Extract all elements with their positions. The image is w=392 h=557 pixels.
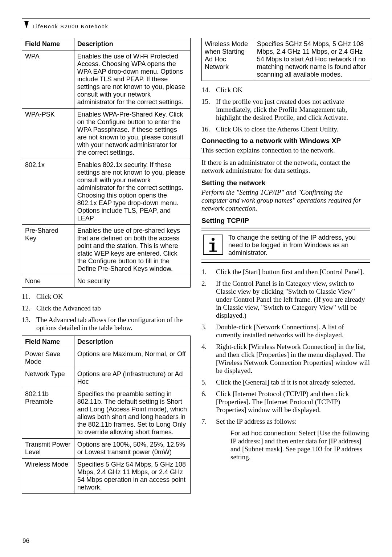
page-number: 96 — [23, 537, 29, 545]
list-item: 3.Double-click [Network Connections]. A … — [201, 323, 370, 339]
step-text: Click OK — [216, 86, 370, 94]
paragraph-italic: Perform the "Setting TCP/IP" and "Confir… — [201, 188, 370, 212]
note-text: To change the setting of the IP address,… — [228, 234, 369, 257]
step-number: 6. — [201, 390, 216, 414]
step-number: 3. — [201, 323, 216, 339]
list-item: 4.Right-click [Wireless Network Connecti… — [201, 343, 370, 375]
field-name-cell: WPA — [22, 50, 74, 109]
step-text: Click the Advanced tab — [36, 304, 191, 312]
description-cell: Enables the use of Wi-Fi Protected Acces… — [74, 50, 190, 109]
list-item: 12.Click the Advanced tab — [22, 304, 191, 312]
step-number: 14. — [201, 86, 216, 94]
table-row: Pre-Shared Key Enables the use of pre-sh… — [22, 225, 191, 275]
description-cell: No security — [74, 275, 190, 288]
list-item: 6.Click [Internet Protocol (TCP/IP) and … — [201, 390, 370, 414]
field-name-cell: 802.11b Preamble — [22, 388, 74, 439]
advanced-options-table: Field Name Description Power Save Mode O… — [22, 336, 191, 494]
table-row: Wireless Mode when Starting Ad Hoc Netwo… — [202, 38, 370, 81]
step-text: Click OK — [36, 293, 191, 301]
step-text: Double-click [Network Connections]. A li… — [216, 323, 370, 339]
advanced-options-table-cont: Wireless Mode when Starting Ad Hoc Netwo… — [201, 38, 370, 81]
note-box: To change the setting of the IP address,… — [201, 228, 370, 263]
italic-text: Perform the "Setting TCP/IP" and "Confir… — [201, 188, 361, 212]
description-cell: Enables the use of pre-shared keys that … — [74, 225, 190, 275]
security-options-table: Field Name Description WPA Enables the u… — [22, 38, 191, 288]
field-name-cell: Network Type — [22, 368, 74, 388]
list-item: 7.Set the IP address as follows: — [201, 418, 370, 426]
note-inner: To change the setting of the IP address,… — [201, 231, 370, 260]
table-header: Field Name — [22, 336, 74, 348]
table-row: Power Save Mode Options are Maximum, Nor… — [22, 348, 191, 368]
step-number: 1. — [201, 268, 216, 276]
steps-left: 11.Click OK 12.Click the Advanced tab 13… — [22, 293, 191, 332]
description-cell: Specifies the preamble setting in 802.11… — [74, 388, 190, 439]
list-item: 14.Click OK — [201, 86, 370, 94]
sub-step-adhoc: For ad hoc connection: Select [Use the f… — [230, 429, 370, 461]
list-item: 2.If the Control Panel is in Category vi… — [201, 280, 370, 320]
list-item: 5.Click the [General] tab if it is not a… — [201, 378, 370, 386]
steps-right-2: 1.Click the [Start] button first and the… — [201, 268, 370, 426]
description-cell: Options are Maximum, Normal, or Off — [74, 348, 190, 368]
field-name-cell: WPA-PSK — [22, 109, 74, 159]
field-name-cell: Wireless Mode — [22, 459, 74, 494]
table-header: Description — [74, 38, 190, 50]
info-icon — [203, 235, 223, 255]
step-number: 16. — [201, 125, 216, 133]
step-number: 2. — [201, 280, 216, 320]
steps-right-1: 14.Click OK 15.If the profile you just c… — [201, 86, 370, 133]
description-cell: Specifies 5 GHz 54 Mbps, 5 GHz 108 Mbps,… — [74, 459, 190, 494]
list-item: 15.If the profile you just created does … — [201, 98, 370, 122]
step-number: 15. — [201, 98, 216, 122]
description-cell: Options are AP (Infrastructure) or Ad Ho… — [74, 368, 190, 388]
description-cell: Enables 802.1x security. If these settin… — [74, 159, 190, 225]
step-number: 12. — [22, 304, 36, 312]
description-cell: Enables WPA-Pre-Shared Key. Click on the… — [74, 109, 190, 159]
sub-label: For ad hoc connection: — [230, 430, 297, 437]
step-text: If the Control Panel is in Category view… — [216, 280, 370, 320]
table-row: 802.1x Enables 802.1x security. If these… — [22, 159, 191, 225]
step-number: 7. — [201, 418, 216, 426]
step-number: 5. — [201, 378, 216, 386]
description-cell: Options are 100%, 50%, 25%, 12.5% or Low… — [74, 439, 190, 459]
header-arrow-icon — [24, 21, 29, 28]
step-text: Click [Internet Protocol (TCP/IP) and th… — [216, 390, 370, 414]
table-row: WPA-PSK Enables WPA-Pre-Shared Key. Clic… — [22, 109, 191, 159]
list-item: 16.Click OK to close the Atheros Client … — [201, 125, 370, 133]
field-name-cell: Power Save Mode — [22, 348, 74, 368]
table-row: 802.11b Preamble Specifies the preamble … — [22, 388, 191, 439]
heading-setting-network: Setting the network — [201, 179, 370, 187]
step-number: 13. — [22, 316, 36, 332]
table-header: Description — [74, 336, 190, 348]
step-text: Click the [Start] button first and then … — [216, 268, 370, 276]
paragraph: This section explains connection to the … — [201, 146, 370, 154]
content-columns: Field Name Description WPA Enables the u… — [22, 38, 370, 539]
running-head: LifeBook S2000 Notebook — [33, 24, 109, 29]
step-text: The Advanced tab allows for the configur… — [36, 316, 191, 332]
table-row: WPA Enables the use of Wi-Fi Protected A… — [22, 50, 191, 109]
right-column: Wireless Mode when Starting Ad Hoc Netwo… — [201, 38, 370, 539]
description-cell: Specifies 5GHz 54 Mbps, 5 GHz 108 Mbps, … — [254, 38, 370, 81]
table-row: None No security — [22, 275, 191, 288]
step-text: Click the [General] tab if it is not alr… — [216, 378, 370, 386]
step-text: If the profile you just created does not… — [216, 98, 370, 122]
step-text: Click OK to close the Atheros Client Uti… — [216, 125, 370, 133]
field-name-cell: Transmit Power Level — [22, 439, 74, 459]
list-item: 11.Click OK — [22, 293, 191, 301]
heading-connecting: Connecting to a network with Windows XP — [201, 137, 370, 145]
step-text: Right-click [Wireless Network Connection… — [216, 343, 370, 375]
step-number: 11. — [22, 293, 36, 301]
left-column: Field Name Description WPA Enables the u… — [22, 38, 191, 539]
field-name-cell: Wireless Mode when Starting Ad Hoc Netwo… — [202, 38, 254, 81]
table-row: Network Type Options are AP (Infrastruct… — [22, 368, 191, 388]
list-item: 1.Click the [Start] button first and the… — [201, 268, 370, 276]
list-item: 13.The Advanced tab allows for the confi… — [22, 316, 191, 332]
heading-setting-tcpip: Setting TCP/IP — [201, 217, 370, 225]
paragraph: If there is an administrator of the netw… — [201, 159, 370, 175]
field-name-cell: 802.1x — [22, 159, 74, 225]
field-name-cell: None — [22, 275, 74, 288]
step-text: Set the IP address as follows: — [216, 418, 370, 426]
table-header: Field Name — [22, 38, 74, 50]
table-row: Transmit Power Level Options are 100%, 5… — [22, 439, 191, 459]
step-number: 4. — [201, 343, 216, 375]
field-name-cell: Pre-Shared Key — [22, 225, 74, 275]
